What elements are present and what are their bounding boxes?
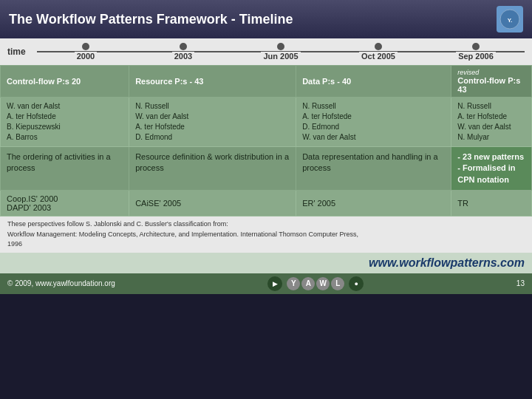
yawl-letter-y: Y [287, 277, 300, 290]
footer-note3: 1996 [7, 239, 525, 250]
yawl-letters: Y A W L [287, 277, 344, 290]
svg-text:Y.: Y. [508, 17, 513, 24]
pattern-resource: Resource P:s - 43 [129, 66, 296, 98]
footer-bottom: www.workflowpatterns.com [0, 253, 532, 273]
footer-notes: These perspectives follow S. Jablonski a… [0, 216, 532, 253]
authors-col4: N. RussellA. ter HofstedeW. van der Aals… [451, 98, 532, 147]
conf-row: Coop.IS' 2000DAPD' 2003 CAiSE' 2005 ER' … [1, 191, 532, 216]
slide-number: 13 [516, 279, 525, 287]
authors-col2: N. RussellW. van der AalstA. ter Hofsted… [129, 98, 296, 147]
desc-col4-line1: - 23 new patterns [457, 152, 524, 161]
timeline-point-jun2005: Jun 2005 [232, 43, 330, 61]
conf-col2: CAiSE' 2005 [129, 191, 296, 216]
conf-col1: Coop.IS' 2000DAPD' 2003 [1, 191, 129, 216]
yawl-logo: Y. [497, 6, 523, 33]
desc-col2: Resource definition & work distribution … [129, 147, 296, 191]
footer-note1: These perspectives follow S. Jablonski a… [7, 219, 525, 230]
copyright-text: © 2009, www.yawlfoundation.org [7, 279, 115, 287]
revised-label: revised [457, 69, 525, 76]
timeline-points: 2000 2003 Jun 2005 Oct 2005 Sep 2006 [37, 43, 525, 61]
conf-col3: ER' 2005 [296, 191, 451, 216]
conf-col4: TR [451, 191, 532, 216]
timeline-year-2003: 2003 [172, 52, 194, 61]
play-button[interactable]: ● [349, 276, 364, 291]
timeline-year-sep2006: Sep 2006 [456, 52, 496, 61]
page-header: The Workflow Patterns Framework - Timeli… [0, 0, 532, 38]
authors-col3: N. RussellA. ter HofstedeD. EdmondW. van… [296, 98, 451, 147]
yawl-letter-l: L [331, 277, 344, 290]
timeline-point-2003: 2003 [134, 43, 232, 61]
timeline-dot-sep2006 [472, 43, 480, 50]
timeline-row: time 2000 2003 Jun 2005 Oct 2005 Sep 20 [0, 38, 532, 65]
timeline-label: time [7, 47, 30, 57]
slide-controls: ▶ Y A W L ● [267, 276, 364, 291]
slide-footer: © 2009, www.yawlfoundation.org ▶ Y A W L… [0, 273, 532, 294]
page-title: The Workflow Patterns Framework - Timeli… [9, 12, 293, 27]
revised-pattern-name: Control-flow P:s 43 [457, 76, 520, 94]
website-url: www.workflowpatterns.com [369, 256, 525, 270]
pattern-revised-controlflow: revised Control-flow P:s 43 [451, 66, 532, 98]
timeline-container: 2000 2003 Jun 2005 Oct 2005 Sep 2006 [37, 43, 525, 61]
desc-col4: - 23 new patterns - Formalised in CPN no… [451, 147, 532, 191]
desc-col4-line2: - Formalised in [457, 163, 515, 172]
pattern-controlflow: Control-flow P:s 20 [1, 66, 129, 98]
footer-note2: Workflow Management: Modeling Concepts, … [7, 230, 525, 240]
timeline-dot-oct2005 [375, 43, 382, 50]
timeline-point-oct2005: Oct 2005 [330, 43, 427, 61]
yawl-letter-w: W [316, 277, 330, 290]
timeline-dot-2000 [82, 43, 89, 50]
authors-col1: W. van der AalstA. ter HofstedeB. Kiepus… [1, 98, 129, 147]
authors-row: W. van der AalstA. ter HofstedeB. Kiepus… [1, 98, 532, 147]
timeline-point-sep2006: Sep 2006 [427, 43, 525, 61]
yawl-letter-a: A [301, 277, 315, 290]
timeline-year-2000: 2000 [75, 52, 97, 61]
timeline-dot-2003 [180, 43, 187, 50]
pattern-data: Data P:s - 40 [296, 66, 451, 98]
patterns-row: Control-flow P:s 20 Resource P:s - 43 Da… [1, 66, 532, 98]
prev-button[interactable]: ▶ [267, 276, 282, 291]
desc-col3: Data representation and handling in a pr… [296, 147, 451, 191]
timeline-year-jun2005: Jun 2005 [261, 52, 300, 61]
timeline-point-2000: 2000 [37, 43, 134, 61]
desc-row: The ordering of activities in a process … [1, 147, 532, 191]
desc-col1: The ordering of activities in a process [1, 147, 129, 191]
timeline-year-oct2005: Oct 2005 [359, 52, 398, 61]
timeline-dot-jun2005 [277, 43, 284, 50]
content-table: Control-flow P:s 20 Resource P:s - 43 Da… [0, 65, 532, 216]
desc-col4-line3: CPN notation [457, 175, 509, 184]
